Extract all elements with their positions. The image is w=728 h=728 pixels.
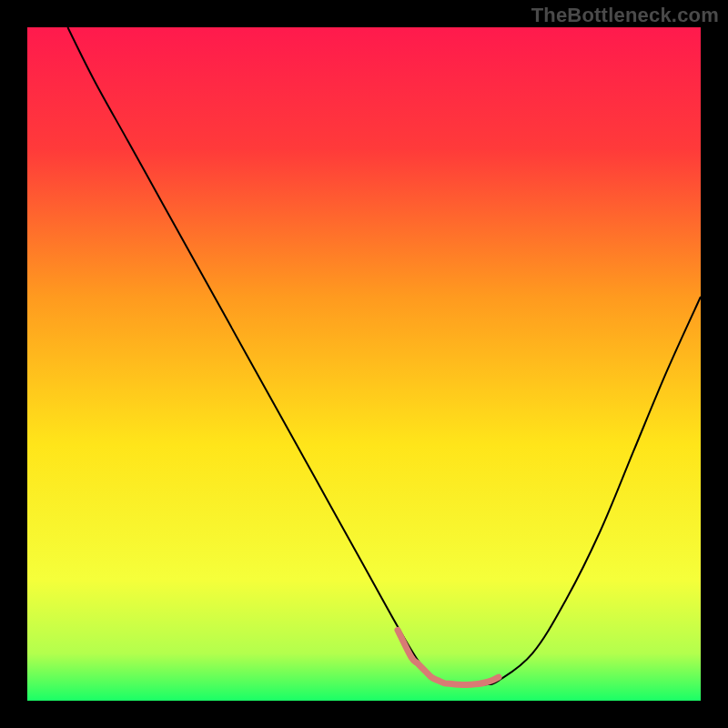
watermark-text: TheBottleneck.com [531, 4, 719, 27]
bottleneck-chart [0, 0, 728, 728]
chart-frame: TheBottleneck.com [0, 0, 728, 728]
plot-background [27, 27, 701, 701]
